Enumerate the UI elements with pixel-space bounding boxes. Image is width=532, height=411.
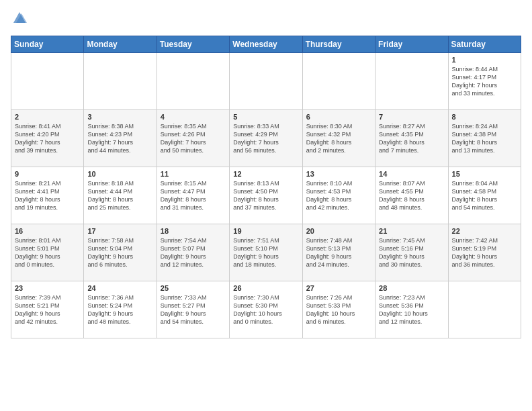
day-info: Sunrise: 7:42 AM Sunset: 5:19 PM Dayligh… bbox=[452, 236, 517, 269]
day-number: 1 bbox=[452, 56, 517, 64]
day-number: 25 bbox=[161, 284, 226, 292]
header bbox=[11, 11, 521, 29]
calendar-cell: 14Sunrise: 8:07 AM Sunset: 4:55 PM Dayli… bbox=[375, 167, 448, 224]
day-number: 19 bbox=[233, 227, 298, 235]
calendar-cell: 1Sunrise: 8:44 AM Sunset: 4:17 PM Daylig… bbox=[448, 53, 521, 110]
day-info: Sunrise: 7:30 AM Sunset: 5:30 PM Dayligh… bbox=[233, 293, 298, 326]
day-number: 11 bbox=[161, 170, 226, 178]
day-number: 14 bbox=[379, 170, 444, 178]
day-number: 26 bbox=[233, 284, 298, 292]
calendar-cell: 5Sunrise: 8:33 AM Sunset: 4:29 PM Daylig… bbox=[230, 110, 302, 167]
calendar-week-row: 2Sunrise: 8:41 AM Sunset: 4:20 PM Daylig… bbox=[11, 110, 521, 167]
day-info: Sunrise: 8:01 AM Sunset: 5:01 PM Dayligh… bbox=[15, 236, 80, 269]
calendar-cell: 26Sunrise: 7:30 AM Sunset: 5:30 PM Dayli… bbox=[230, 281, 302, 338]
calendar-cell bbox=[375, 53, 448, 110]
calendar-cell: 28Sunrise: 7:23 AM Sunset: 5:36 PM Dayli… bbox=[375, 281, 448, 338]
calendar-cell: 25Sunrise: 7:33 AM Sunset: 5:27 PM Dayli… bbox=[157, 281, 229, 338]
calendar-cell bbox=[84, 53, 157, 110]
calendar-cell: 8Sunrise: 8:24 AM Sunset: 4:38 PM Daylig… bbox=[448, 110, 521, 167]
calendar-cell: 23Sunrise: 7:39 AM Sunset: 5:21 PM Dayli… bbox=[11, 281, 84, 338]
calendar-cell bbox=[157, 53, 229, 110]
calendar-cell: 3Sunrise: 8:38 AM Sunset: 4:23 PM Daylig… bbox=[84, 110, 157, 167]
day-info: Sunrise: 8:04 AM Sunset: 4:58 PM Dayligh… bbox=[452, 179, 517, 212]
day-number: 27 bbox=[306, 284, 371, 292]
day-info: Sunrise: 7:26 AM Sunset: 5:33 PM Dayligh… bbox=[306, 293, 371, 326]
col-header-sunday: Sunday bbox=[11, 36, 84, 53]
day-number: 9 bbox=[15, 170, 80, 178]
col-header-saturday: Saturday bbox=[448, 36, 521, 53]
calendar-week-row: 1Sunrise: 8:44 AM Sunset: 4:17 PM Daylig… bbox=[11, 53, 521, 110]
calendar-cell: 18Sunrise: 7:54 AM Sunset: 5:07 PM Dayli… bbox=[157, 224, 229, 281]
calendar-cell: 2Sunrise: 8:41 AM Sunset: 4:20 PM Daylig… bbox=[11, 110, 84, 167]
calendar-cell: 4Sunrise: 8:35 AM Sunset: 4:26 PM Daylig… bbox=[157, 110, 229, 167]
calendar-week-row: 16Sunrise: 8:01 AM Sunset: 5:01 PM Dayli… bbox=[11, 224, 521, 281]
day-info: Sunrise: 8:35 AM Sunset: 4:26 PM Dayligh… bbox=[161, 122, 226, 155]
day-number: 2 bbox=[15, 113, 80, 121]
day-info: Sunrise: 8:13 AM Sunset: 4:50 PM Dayligh… bbox=[233, 179, 298, 212]
calendar-cell: 24Sunrise: 7:36 AM Sunset: 5:24 PM Dayli… bbox=[84, 281, 157, 338]
day-number: 15 bbox=[452, 170, 517, 178]
day-info: Sunrise: 7:58 AM Sunset: 5:04 PM Dayligh… bbox=[87, 236, 152, 269]
day-info: Sunrise: 8:27 AM Sunset: 4:35 PM Dayligh… bbox=[379, 122, 444, 155]
day-info: Sunrise: 7:48 AM Sunset: 5:13 PM Dayligh… bbox=[306, 236, 371, 269]
day-info: Sunrise: 7:45 AM Sunset: 5:16 PM Dayligh… bbox=[379, 236, 444, 269]
col-header-wednesday: Wednesday bbox=[230, 36, 302, 53]
col-header-thursday: Thursday bbox=[302, 36, 375, 53]
calendar-cell bbox=[11, 53, 84, 110]
calendar-cell: 15Sunrise: 8:04 AM Sunset: 4:58 PM Dayli… bbox=[448, 167, 521, 224]
day-number: 24 bbox=[87, 284, 152, 292]
day-info: Sunrise: 7:36 AM Sunset: 5:24 PM Dayligh… bbox=[87, 293, 152, 326]
day-info: Sunrise: 8:10 AM Sunset: 4:53 PM Dayligh… bbox=[306, 179, 371, 212]
day-number: 18 bbox=[161, 227, 226, 235]
day-info: Sunrise: 8:15 AM Sunset: 4:47 PM Dayligh… bbox=[161, 179, 226, 212]
day-number: 4 bbox=[161, 113, 226, 121]
calendar-cell bbox=[230, 53, 302, 110]
day-info: Sunrise: 8:30 AM Sunset: 4:32 PM Dayligh… bbox=[306, 122, 371, 155]
logo bbox=[11, 11, 27, 29]
day-number: 28 bbox=[379, 284, 444, 292]
logo-icon bbox=[12, 11, 27, 26]
day-info: Sunrise: 8:21 AM Sunset: 4:41 PM Dayligh… bbox=[15, 179, 80, 212]
day-info: Sunrise: 7:33 AM Sunset: 5:27 PM Dayligh… bbox=[161, 293, 226, 326]
col-header-monday: Monday bbox=[84, 36, 157, 53]
calendar-cell: 27Sunrise: 7:26 AM Sunset: 5:33 PM Dayli… bbox=[302, 281, 375, 338]
calendar-cell: 19Sunrise: 7:51 AM Sunset: 5:10 PM Dayli… bbox=[230, 224, 302, 281]
day-number: 22 bbox=[452, 227, 517, 235]
calendar-header-row: SundayMondayTuesdayWednesdayThursdayFrid… bbox=[11, 36, 521, 53]
day-info: Sunrise: 8:38 AM Sunset: 4:23 PM Dayligh… bbox=[87, 122, 152, 155]
day-info: Sunrise: 7:54 AM Sunset: 5:07 PM Dayligh… bbox=[161, 236, 226, 269]
calendar-cell: 7Sunrise: 8:27 AM Sunset: 4:35 PM Daylig… bbox=[375, 110, 448, 167]
calendar-cell: 16Sunrise: 8:01 AM Sunset: 5:01 PM Dayli… bbox=[11, 224, 84, 281]
day-number: 21 bbox=[379, 227, 444, 235]
calendar-cell: 22Sunrise: 7:42 AM Sunset: 5:19 PM Dayli… bbox=[448, 224, 521, 281]
calendar-week-row: 9Sunrise: 8:21 AM Sunset: 4:41 PM Daylig… bbox=[11, 167, 521, 224]
day-info: Sunrise: 8:41 AM Sunset: 4:20 PM Dayligh… bbox=[15, 122, 80, 155]
day-number: 7 bbox=[379, 113, 444, 121]
day-number: 5 bbox=[233, 113, 298, 121]
day-info: Sunrise: 8:18 AM Sunset: 4:44 PM Dayligh… bbox=[87, 179, 152, 212]
calendar-cell: 10Sunrise: 8:18 AM Sunset: 4:44 PM Dayli… bbox=[84, 167, 157, 224]
day-number: 8 bbox=[452, 113, 517, 121]
day-info: Sunrise: 8:33 AM Sunset: 4:29 PM Dayligh… bbox=[233, 122, 298, 155]
calendar-cell: 21Sunrise: 7:45 AM Sunset: 5:16 PM Dayli… bbox=[375, 224, 448, 281]
day-info: Sunrise: 8:44 AM Sunset: 4:17 PM Dayligh… bbox=[452, 65, 517, 98]
day-number: 3 bbox=[87, 113, 152, 121]
day-info: Sunrise: 7:39 AM Sunset: 5:21 PM Dayligh… bbox=[15, 293, 80, 326]
calendar-cell: 11Sunrise: 8:15 AM Sunset: 4:47 PM Dayli… bbox=[157, 167, 229, 224]
calendar-cell: 17Sunrise: 7:58 AM Sunset: 5:04 PM Dayli… bbox=[84, 224, 157, 281]
day-info: Sunrise: 7:23 AM Sunset: 5:36 PM Dayligh… bbox=[379, 293, 444, 326]
calendar-cell: 20Sunrise: 7:48 AM Sunset: 5:13 PM Dayli… bbox=[302, 224, 375, 281]
day-number: 13 bbox=[306, 170, 371, 178]
calendar-table: SundayMondayTuesdayWednesdayThursdayFrid… bbox=[11, 36, 521, 338]
day-number: 23 bbox=[15, 284, 80, 292]
calendar-cell bbox=[448, 281, 521, 338]
day-number: 6 bbox=[306, 113, 371, 121]
col-header-tuesday: Tuesday bbox=[157, 36, 229, 53]
calendar-cell: 6Sunrise: 8:30 AM Sunset: 4:32 PM Daylig… bbox=[302, 110, 375, 167]
calendar-cell: 12Sunrise: 8:13 AM Sunset: 4:50 PM Dayli… bbox=[230, 167, 302, 224]
calendar-cell bbox=[302, 53, 375, 110]
day-number: 16 bbox=[15, 227, 80, 235]
calendar-cell: 13Sunrise: 8:10 AM Sunset: 4:53 PM Dayli… bbox=[302, 167, 375, 224]
day-number: 20 bbox=[306, 227, 371, 235]
day-number: 17 bbox=[87, 227, 152, 235]
